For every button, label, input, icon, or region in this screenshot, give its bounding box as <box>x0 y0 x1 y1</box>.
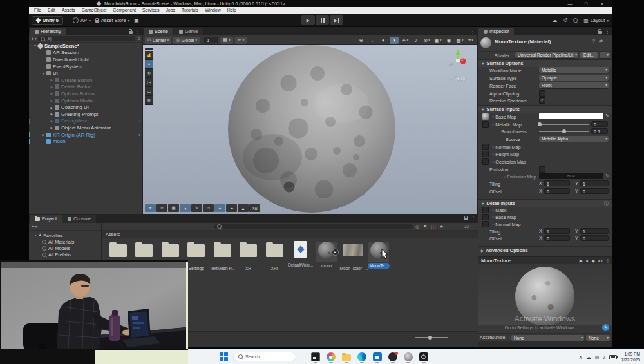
gizmo-perspective-label[interactable]: < Persp <box>443 76 473 81</box>
height-map-checkbox[interactable] <box>482 151 489 157</box>
menu-component[interactable]: Component <box>109 7 139 14</box>
overlay-view-options-icon[interactable]: ◑ <box>180 204 191 212</box>
always-refresh-icon[interactable]: ◑ <box>390 37 399 44</box>
asset-store-dropdown[interactable]: Asset Store ▾ <box>95 17 130 23</box>
search-by-label-icon[interactable]: ⚑ <box>423 224 427 231</box>
taskbar-app-terminal[interactable] <box>310 351 321 363</box>
menu-services[interactable]: Services <box>139 7 162 14</box>
prefab-open-chevron[interactable]: › <box>138 132 140 138</box>
assetbundle-variant-dropdown[interactable]: None <box>586 335 610 341</box>
menu-file[interactable]: File <box>31 7 44 14</box>
material-preview-header[interactable]: MoonTexture ▶●◆◐▾⋮ <box>478 256 612 264</box>
menu-assets[interactable]: Assets <box>59 7 79 14</box>
hierarchy-item-eventsystem[interactable]: EventSystem <box>29 63 142 70</box>
detail-tiling-y-field[interactable]: 1 <box>580 228 609 235</box>
offset-x-field[interactable]: 0 <box>544 188 570 195</box>
search-icon[interactable] <box>573 18 578 23</box>
moon-object[interactable] <box>227 45 396 213</box>
gizmos-toggle-icon[interactable]: ⌖▾ <box>466 37 475 44</box>
emission-checkbox[interactable] <box>539 166 545 173</box>
overlay-tool-settings-icon[interactable]: ≋ <box>156 204 167 212</box>
asset-folder-xr[interactable]: XR <box>236 240 261 271</box>
hierarchy-item-moon[interactable]: moon <box>29 138 142 145</box>
menu-gameobject[interactable]: GameObject <box>79 7 110 14</box>
account-dropdown[interactable]: AP ▾ <box>73 17 91 23</box>
lock-icon[interactable] <box>464 218 468 220</box>
asset-moon-prefab[interactable]: moon <box>314 240 339 271</box>
presets-icon[interactable]: ⇄ <box>599 39 603 44</box>
hierarchy-item-xr-origin[interactable]: ▶ XR Origin (AR Rig) › <box>29 131 142 139</box>
detail-base-map-checkbox[interactable] <box>482 214 489 220</box>
hand-tool-icon[interactable]: ☝ <box>145 51 153 60</box>
expand-arrow-icon[interactable]: ▶ <box>49 78 55 82</box>
start-button[interactable] <box>220 352 228 361</box>
hierarchy-item-delete-button[interactable]: ▶ Delete Button <box>29 84 142 91</box>
detail-offset-x-field[interactable]: 0 <box>544 235 570 242</box>
tab-scene[interactable]: Scene <box>144 28 173 35</box>
asset-folder-textmesh-pro[interactable]: TextMesh P... <box>209 240 235 271</box>
asset-moon-color-texture[interactable]: Moon_color_... <box>340 240 366 271</box>
maximize-button[interactable]: □ <box>580 0 592 7</box>
saved-search-icon[interactable]: ⊙ <box>137 37 140 41</box>
camera-settings-icon[interactable]: ▣▾ <box>433 37 442 44</box>
menu-help[interactable]: Help <box>224 7 240 14</box>
move-tool-icon[interactable]: ⌖ <box>145 60 153 69</box>
thumbnail-size-slider[interactable] <box>415 337 448 338</box>
edit-shader-button[interactable]: Edit... <box>580 52 598 59</box>
tiling-y-field[interactable]: 1 <box>580 180 609 187</box>
menu-tutorials[interactable]: Tutorials <box>178 7 202 14</box>
lock-icon[interactable] <box>598 31 602 34</box>
layout-dropdown[interactable]: ▦ Layout ▾ <box>583 17 609 23</box>
smoothness-source-dropdown[interactable]: Metallic Alpha <box>539 136 609 142</box>
tab-hierarchy[interactable]: Hierarchy <box>30 28 66 35</box>
play-button[interactable]: ▶ <box>301 15 315 25</box>
overlay-move-icon[interactable]: ⌖ <box>145 204 156 212</box>
undo-history-icon[interactable]: ↺ <box>563 17 567 23</box>
alpha-clipping-checkbox[interactable] <box>539 90 545 97</box>
scale-tool-icon[interactable]: ◲ <box>145 78 153 87</box>
tool-handle-rotation-dropdown[interactable]: ◎ Global ▾ <box>173 37 200 44</box>
draw-mode-icon[interactable]: ⊕ <box>357 37 366 44</box>
surface-type-dropdown[interactable]: Opaque <box>539 75 609 81</box>
emission-map-hdr-swatch[interactable]: HDR <box>539 173 603 179</box>
asset-folder-xri[interactable]: XRI <box>261 240 287 271</box>
prefab-open-chevron[interactable]: › <box>138 118 140 124</box>
unity-version-badge[interactable]: Unity 6 <box>32 16 63 25</box>
panel-menu-icon[interactable]: ⋮ <box>605 28 611 34</box>
step-button[interactable]: ▶ <box>330 15 343 25</box>
hierarchy-item-options-button[interactable]: ▶ Options Button <box>29 90 142 97</box>
context-menu-icon[interactable]: ⋮ <box>605 39 609 44</box>
pause-button[interactable] <box>316 15 329 25</box>
smoothness-value-field[interactable]: 0.5 <box>591 128 608 135</box>
hierarchy-item-samplescene[interactable]: ▼ SampleScene* <box>29 43 142 50</box>
receive-shadows-checkbox[interactable] <box>539 97 545 104</box>
close-button[interactable]: × <box>596 0 609 7</box>
asset-default-volume-profile[interactable]: DefaultVolu... <box>288 240 314 271</box>
hierarchy-item-ui[interactable]: ▼ UI <box>29 70 142 77</box>
smoothness-slider[interactable] <box>539 131 589 132</box>
taskbar-app-unity-hub[interactable] <box>418 351 429 363</box>
expand-arrow-icon[interactable]: ▶ <box>49 99 55 102</box>
hierarchy-item-greeting-prompt[interactable]: ▶ Greeting Prompt <box>29 111 142 118</box>
hierarchy-item-debugmenu[interactable]: ▶ DebugMenu › <box>29 118 142 125</box>
rect-tool-icon[interactable]: ▭ <box>145 87 153 96</box>
window-titlebar[interactable]: MoonInMyRoom - SampleScene - Windows, Ma… <box>29 0 612 7</box>
taskbar-app-store[interactable] <box>372 351 383 363</box>
hierarchy-item-options-modal[interactable]: ▶ Options Modal <box>29 97 142 104</box>
panel-menu-icon[interactable]: ⋮ <box>471 215 477 221</box>
taskbar-app-file-explorer[interactable] <box>341 351 352 363</box>
overlay-cloud-icon[interactable]: ☁ <box>226 204 237 212</box>
effects-toggle-icon[interactable]: ⊛▾ <box>422 37 431 44</box>
occlusion-map-checkbox[interactable] <box>482 158 489 165</box>
snap-increment-dropdown[interactable]: ≋▾ <box>235 37 247 44</box>
detail-tiling-x-field[interactable]: 1 <box>544 228 570 235</box>
advanced-options-section[interactable]: ▶Advanced Options <box>478 246 612 254</box>
metallic-map-checkbox[interactable] <box>482 121 489 128</box>
menu-edit[interactable]: Edit <box>44 7 59 14</box>
hierarchy-item-object-menu-animator[interactable]: ▶ Object Menu Animator <box>29 124 142 131</box>
add-gameobject-button[interactable]: +▾ <box>31 36 36 42</box>
grid-size-field[interactable]: 1 <box>204 37 218 43</box>
normal-map-checkbox[interactable] <box>482 144 489 150</box>
expand-arrow-icon[interactable]: ▶ <box>49 85 55 89</box>
create-asset-button[interactable]: +▾ <box>32 224 37 229</box>
